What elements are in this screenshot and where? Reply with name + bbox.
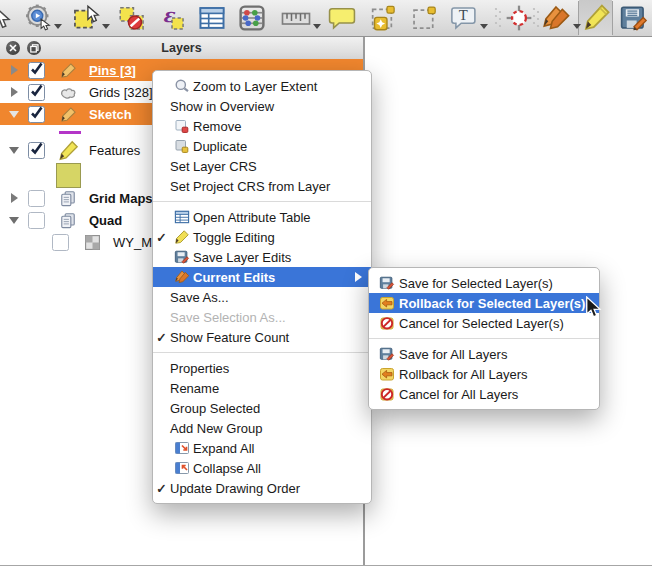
menu-item-expand-all[interactable]: Expand All (153, 438, 371, 458)
close-icon (9, 44, 17, 52)
expand-all-icon (170, 440, 193, 456)
toolbar-separator (612, 1, 613, 35)
layer-group-icon (56, 190, 80, 207)
duplicate-layer-icon (170, 138, 193, 154)
menu-item-open-attribute-table[interactable]: Open Attribute Table (153, 207, 371, 227)
menu-item-rename[interactable]: Rename (153, 378, 371, 398)
checkmark-icon: ✓ (153, 481, 170, 496)
rollback-icon (375, 366, 399, 382)
statistics-icon (238, 4, 266, 32)
layer-checkbox[interactable] (28, 142, 45, 159)
group-checkbox[interactable] (28, 190, 45, 207)
cancel-icon (375, 386, 399, 402)
map-tips-button[interactable] (328, 3, 356, 33)
menu-item-set-layer-crs[interactable]: Set Layer CRS (153, 156, 371, 176)
menu-item-show-in-overview[interactable]: Show in Overview (153, 96, 371, 116)
panel-close-button[interactable] (6, 41, 20, 55)
menu-item-add-new-group[interactable]: Add New Group (153, 418, 371, 438)
submenu-item-save-for-all-layers[interactable]: Save for All Layers (369, 344, 599, 364)
crosshair-icon (505, 4, 533, 32)
text-annotation-button[interactable]: T (450, 3, 488, 33)
dropdown-arrow-icon (102, 24, 110, 29)
menu-item-toggle-editing[interactable]: ✓ Toggle Editing (153, 227, 371, 247)
save-edits-icon (375, 275, 399, 291)
select-features-icon (72, 4, 100, 32)
cursor-tool-button[interactable] (0, 3, 11, 33)
qgis-window: ε (0, 0, 652, 569)
toggle-editing-toolbar-button[interactable] (583, 3, 611, 33)
submenu-item-cancel-for-all-layers[interactable]: Cancel for All Layers (369, 384, 599, 404)
menu-item-save-as[interactable]: Save As... (153, 287, 371, 307)
layer-checkbox[interactable] (52, 234, 69, 251)
save-edits-icon (170, 249, 193, 265)
current-edits-icon (170, 269, 193, 285)
expander-collapsed-icon[interactable] (7, 193, 21, 203)
submenu-item-save-for-selected-layers[interactable]: Save for Selected Layer(s) (369, 273, 599, 293)
menu-item-current-edits[interactable]: Current Edits (153, 267, 371, 287)
mouse-cursor-icon (585, 296, 602, 319)
measure-button[interactable] (281, 3, 321, 33)
submenu-item-cancel-for-selected-layers[interactable]: Cancel for Selected Layer(s) (369, 313, 599, 333)
open-attribute-table-button[interactable] (198, 3, 226, 33)
panel-float-button[interactable] (27, 41, 41, 55)
menu-item-group-selected[interactable]: Group Selected (153, 398, 371, 418)
deselect-features-icon (118, 4, 146, 32)
group-checkbox[interactable] (28, 212, 45, 229)
menu-item-remove[interactable]: Remove (153, 116, 371, 136)
feature-action-button[interactable] (24, 3, 62, 33)
checkmark-icon: ✓ (153, 230, 170, 245)
crosshair-button[interactable] (505, 3, 533, 33)
collapse-all-icon (170, 460, 193, 476)
current-edits-icon (541, 4, 571, 32)
layer-group-icon (56, 212, 80, 229)
layer-checkbox[interactable] (28, 106, 45, 123)
cancel-icon (375, 315, 399, 331)
select-by-expression-icon: ε (158, 4, 186, 32)
attribute-table-icon (198, 4, 226, 32)
checkmark-icon: ✓ (153, 330, 170, 345)
select-features-button[interactable] (72, 3, 110, 33)
feature-action-icon (24, 4, 52, 32)
attribute-table-icon (170, 209, 193, 225)
menu-item-properties[interactable]: Properties (153, 358, 371, 378)
statistics-button[interactable] (238, 3, 266, 33)
menu-item-save-selection-as: Save Selection As... (153, 307, 371, 327)
layer-label: Pins [3] (89, 63, 136, 78)
layer-checkbox[interactable] (28, 84, 45, 101)
menu-separator (369, 338, 599, 339)
group-label: Grid Maps (89, 191, 153, 206)
expander-collapsed-icon[interactable] (7, 65, 21, 75)
annotation-button[interactable] (410, 3, 438, 33)
current-edits-toolbar-button[interactable] (541, 3, 581, 33)
expander-expanded-icon[interactable] (7, 111, 21, 118)
menu-item-duplicate[interactable]: Duplicate (153, 136, 371, 156)
layer-label: Grids [328] (89, 85, 153, 100)
dropdown-arrow-icon (313, 24, 321, 29)
svg-text:T: T (459, 7, 468, 23)
submenu-item-rollback-for-all-layers[interactable]: Rollback for All Layers (369, 364, 599, 384)
polygon-layer-icon (56, 85, 80, 100)
save-edits-button[interactable] (619, 3, 649, 33)
select-by-expression-button[interactable]: ε (158, 3, 186, 33)
expander-expanded-icon[interactable] (7, 147, 21, 154)
menu-item-show-feature-count[interactable]: ✓ Show Feature Count (153, 327, 371, 347)
menu-item-collapse-all[interactable]: Collapse All (153, 458, 371, 478)
expander-collapsed-icon[interactable] (7, 87, 21, 97)
annotation-star-icon (368, 4, 396, 32)
menu-item-save-layer-edits[interactable]: Save Layer Edits (153, 247, 371, 267)
editing-pencil-icon (56, 106, 80, 123)
menu-item-update-drawing-order[interactable]: ✓ Update Drawing Order (153, 478, 371, 498)
deselect-features-button[interactable] (118, 3, 146, 33)
submenu-item-rollback-for-selected-layers[interactable]: Rollback for Selected Layer(s) (369, 293, 599, 313)
layer-checkbox[interactable] (28, 62, 45, 79)
menu-item-zoom-to-layer-extent[interactable]: Zoom to Layer Extent (153, 76, 371, 96)
panel-title: Layers (0, 37, 363, 59)
group-label: Quad (89, 213, 122, 228)
layer-label: Features (89, 143, 140, 158)
dropdown-arrow-icon (480, 24, 488, 29)
menu-item-set-project-crs-from-layer[interactable]: Set Project CRS from Layer (153, 176, 371, 196)
annotation-star-button[interactable] (368, 3, 396, 33)
magnifier-icon (170, 78, 193, 94)
rollback-icon (375, 295, 399, 311)
expander-expanded-icon[interactable] (7, 217, 21, 224)
